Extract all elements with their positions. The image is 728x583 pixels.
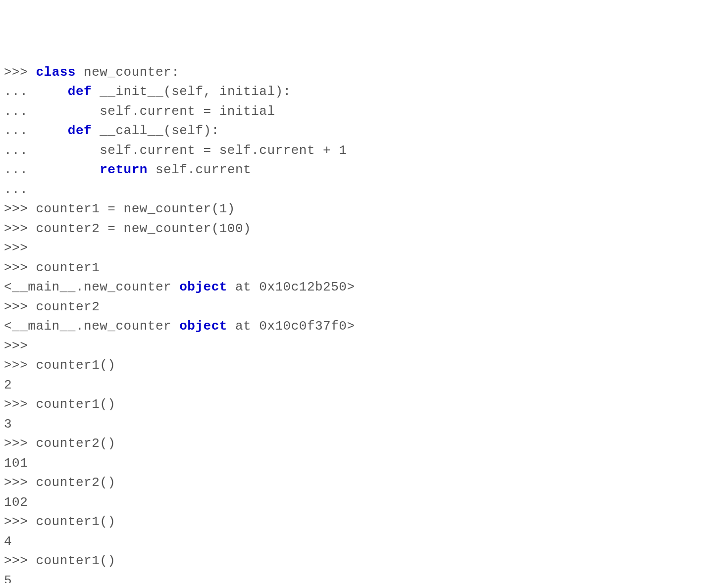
text-token: at 0x10c12b250> — [227, 280, 355, 294]
text-token: >>> counter1() — [4, 358, 115, 373]
text-token: >>> counter2() — [4, 475, 115, 490]
code-line: ... def __init__(self, initial): — [4, 82, 724, 102]
prompt-token: ... — [4, 182, 28, 197]
code-line: ... self.current = self.current + 1 — [4, 141, 724, 161]
code-line: >>> counter1() — [4, 551, 724, 571]
code-line: 4 — [4, 532, 724, 552]
text-token: <__main__.new_counter — [4, 280, 179, 294]
text-token: ... self.current = self.current + 1 — [4, 143, 347, 158]
text-token: >>> counter1() — [4, 553, 115, 568]
code-line: 102 — [4, 493, 724, 513]
text-token: >>> counter2 — [4, 299, 100, 314]
code-line: >>> counter1 = new_counter(1) — [4, 199, 724, 219]
text-token: <__main__.new_counter — [4, 319, 179, 334]
text-token: >>> counter1() — [4, 397, 115, 412]
text-token: >>> counter2 = new_counter(100) — [4, 221, 251, 236]
prompt-token: ... — [4, 123, 68, 138]
text-token: 3 — [4, 417, 12, 432]
text-token: >>> counter1 = new_counter(1) — [4, 201, 235, 216]
code-line: 3 — [4, 415, 724, 435]
text-token: >>> counter1() — [4, 514, 115, 529]
keyword-token: def — [68, 123, 92, 138]
prompt-token: >>> — [4, 339, 28, 353]
code-line: 2 — [4, 376, 724, 395]
text-token: 102 — [4, 495, 28, 510]
code-line: >>> counter1 — [4, 258, 724, 278]
code-line: ... return self.current — [4, 160, 724, 180]
code-line: <__main__.new_counter object at 0x10c0f3… — [4, 317, 724, 337]
code-line: ... self.current = initial — [4, 102, 724, 122]
code-line: >>> class new_counter: — [4, 63, 724, 83]
code-line: >>> counter2 = new_counter(100) — [4, 219, 724, 239]
code-line: ... def __call__(self): — [4, 121, 724, 141]
text-token: 101 — [4, 456, 28, 471]
code-line: >>> counter1() — [4, 512, 724, 532]
text-token: at 0x10c0f37f0> — [227, 319, 355, 334]
code-line: >>> counter2 — [4, 297, 724, 317]
code-line: >>> — [4, 337, 724, 356]
text-token: >>> counter1 — [4, 260, 100, 275]
code-line: >>> counter1() — [4, 356, 724, 376]
prompt-token: ... — [4, 84, 68, 99]
keyword-token: object — [179, 319, 227, 334]
code-line: <__main__.new_counter object at 0x10c12b… — [4, 278, 724, 297]
text-token: ... self.current = initial — [4, 104, 275, 119]
keyword-token: class — [36, 65, 76, 80]
code-line: >>> — [4, 239, 724, 258]
python-repl-transcript: >>> class new_counter:... def __init__(s… — [4, 63, 724, 583]
code-line: >>> counter2() — [4, 434, 724, 454]
text-token: 2 — [4, 378, 12, 392]
keyword-token: object — [179, 280, 227, 294]
code-line: ... — [4, 180, 724, 200]
text-token: new_counter: — [76, 65, 179, 80]
prompt-token: >>> — [4, 241, 28, 255]
code-line: 101 — [4, 454, 724, 474]
text-token: >>> counter2() — [4, 436, 115, 451]
text-token: 4 — [4, 534, 12, 549]
text-token: self.current — [148, 162, 251, 177]
keyword-token: return — [100, 162, 148, 177]
code-line: >>> counter2() — [4, 473, 724, 493]
code-line: 5 — [4, 571, 724, 583]
text-token: __call__(self): — [92, 123, 219, 138]
prompt-token: ... — [4, 162, 100, 177]
text-token: __init__(self, initial): — [92, 84, 291, 99]
code-line: >>> counter1() — [4, 395, 724, 415]
text-token: 5 — [4, 573, 12, 583]
keyword-token: def — [68, 84, 92, 99]
prompt-token: >>> — [4, 65, 36, 80]
